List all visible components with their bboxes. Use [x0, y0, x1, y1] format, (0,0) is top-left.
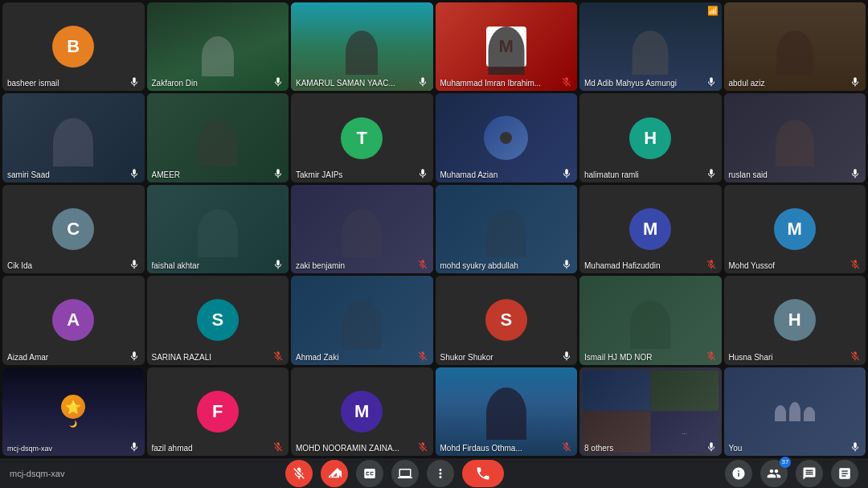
label-you: You	[729, 444, 743, 453]
tile-sarina[interactable]: S SARINA RAZALI	[147, 276, 289, 364]
mic-muted-icon-yussof	[850, 259, 861, 270]
tile-mohd-syukry[interactable]: mohd syukry abdullah	[436, 185, 578, 273]
tile-zaki[interactable]: zaki benjamin	[291, 185, 433, 273]
mic-icon-basheer	[129, 76, 140, 88]
mic-icon-you	[850, 441, 861, 453]
app-container: b basheer ismail Zakfaron Din KAMARUL SA…	[0, 0, 868, 488]
tile-md-adib[interactable]: 📶 Md Adib Mahyus Asmungi	[579, 2, 722, 91]
label-hafiz: Muhamad Hafizuddin	[584, 261, 661, 270]
tile-muhammad-imran[interactable]: M Muhammad Imran Ibrahim...	[436, 2, 578, 91]
present-icon	[398, 466, 412, 481]
tile-you[interactable]: You	[724, 367, 866, 456]
label-cik-ida: Cik Ida	[7, 261, 32, 270]
label-basheer: basheer ismail	[7, 79, 59, 88]
tile-halimatun[interactable]: h halimatun ramli	[579, 93, 722, 182]
mic-icon-8others	[706, 441, 717, 453]
mic-icon-ameer	[272, 168, 284, 179]
end-call-button[interactable]	[462, 460, 504, 487]
info-button[interactable]	[725, 460, 752, 487]
mic-icon-aizad	[129, 351, 140, 362]
tile-mcj[interactable]: ⭐ 🌙 mcj-dsqm-xav	[2, 367, 145, 456]
label-8-others: 8 others	[584, 444, 613, 453]
mic-muted-icon-fazil	[272, 441, 284, 453]
tile-muhamad-hafiz[interactable]: M Muhamad Hafizuddin	[579, 185, 722, 273]
label-ruslan: ruslan said	[729, 170, 768, 179]
label-mcj: mcj-dsqm-xav	[7, 445, 52, 453]
camera-off-icon	[327, 466, 342, 481]
mic-muted-icon-husna	[850, 351, 861, 362]
mic-icon-takmir	[417, 168, 428, 179]
tile-kamarul[interactable]: KAMARUL SAMAN YAAC...	[291, 2, 433, 91]
tile-abdul-aziz[interactable]: abdul aziz	[724, 2, 866, 91]
tile-basheer-ismail[interactable]: b basheer ismail	[2, 2, 145, 91]
label-samiri: samiri Saad	[7, 170, 50, 179]
people-button-wrapper: 37	[760, 460, 788, 487]
tile-faishal[interactable]: faishal akhtar	[147, 185, 289, 273]
tile-cik-ida[interactable]: C Cik Ida	[2, 185, 145, 273]
tile-8-others[interactable]: ... 8 others	[579, 367, 722, 456]
avatar-aizad: A	[52, 299, 94, 341]
tile-ismail-hj[interactable]: Ismail HJ MD NOR	[579, 276, 722, 364]
mic-icon-zakfaron	[272, 76, 284, 88]
captions-button[interactable]	[356, 460, 383, 487]
mic-icon-ruslan	[850, 168, 861, 179]
avatar-basheer: b	[52, 26, 94, 68]
chat-button[interactable]	[796, 460, 823, 487]
tile-ahmad-zaki[interactable]: Ahmad Zaki	[291, 276, 433, 364]
label-firdaus: Mohd Firdaus Othma...	[440, 444, 522, 453]
tile-mohd-firdaus[interactable]: Mohd Firdaus Othma...	[436, 367, 578, 456]
signal-icon-adib: 📶	[707, 6, 719, 16]
end-call-icon	[475, 465, 491, 482]
tile-aizad[interactable]: A Aizad Amar	[2, 276, 145, 364]
label-md-adib: Md Adib Mahyus Asmungi	[584, 79, 677, 88]
tile-zakfaron[interactable]: Zakfaron Din	[147, 2, 289, 91]
label-faishal: faishal akhtar	[152, 261, 199, 270]
present-button[interactable]	[391, 460, 419, 487]
tile-fazil[interactable]: f fazil ahmad	[147, 367, 289, 456]
mic-muted-icon-firdaus	[561, 441, 572, 453]
mic-muted-icon-ahmad-zaki	[417, 351, 428, 362]
label-ameer: AMEER	[152, 170, 181, 179]
mic-icon-faishal	[272, 259, 284, 270]
label-fazil: fazil ahmad	[152, 444, 193, 453]
label-husna: Husna Shari	[729, 353, 773, 362]
mic-icon-syukry	[561, 259, 572, 270]
mic-muted-icon-imran	[561, 76, 572, 88]
people-icon	[767, 466, 781, 481]
mic-icon-samiri	[129, 168, 140, 179]
tile-muhamad-azian[interactable]: Muhamad Azian	[436, 93, 578, 182]
tile-takmir[interactable]: T Takmir JAIPs	[291, 93, 433, 182]
label-zaki: zaki benjamin	[296, 261, 345, 270]
avatar-nooramin: M	[341, 391, 383, 433]
activities-button[interactable]	[831, 460, 858, 487]
tile-ruslan[interactable]: ruslan said	[724, 93, 866, 182]
mic-muted-icon-zaki	[417, 259, 428, 270]
camera-button[interactable]	[321, 460, 348, 487]
label-muhamad-azian: Muhamad Azian	[440, 170, 498, 179]
mute-button[interactable]	[285, 460, 313, 487]
tile-shukor[interactable]: S Shukor Shukor	[436, 276, 578, 364]
chat-icon	[802, 466, 817, 481]
avatar-halimatun: h	[629, 117, 671, 159]
video-grid: b basheer ismail Zakfaron Din KAMARUL SA…	[0, 0, 868, 458]
label-nooramin: MOHD NOORAMIN ZAINA...	[296, 444, 399, 453]
label-shukor: Shukor Shukor	[440, 353, 493, 362]
label-yussof: Mohd Yussof	[729, 261, 776, 270]
tile-mohd-nooramin[interactable]: M MOHD NOORAMIN ZAINA...	[291, 367, 433, 456]
avatar-takmir: T	[341, 117, 383, 159]
mic-muted-icon	[292, 466, 306, 481]
mic-icon-azian	[561, 168, 572, 179]
mic-icon-adib	[706, 76, 717, 88]
mic-icon-aziz	[850, 76, 861, 88]
tile-mohd-yussof[interactable]: M Mohd Yussof	[724, 185, 866, 273]
tile-ameer[interactable]: AMEER	[147, 93, 289, 182]
toolbar-right: 37	[725, 460, 858, 487]
mic-icon-kamarul	[417, 76, 428, 88]
tile-husna[interactable]: H Husna Shari	[724, 276, 866, 364]
avatar-hafiz: M	[629, 208, 671, 250]
tile-samiri[interactable]: samiri Saad	[2, 93, 145, 182]
label-mohd-syukry: mohd syukry abdullah	[440, 261, 518, 270]
more-options-button[interactable]	[427, 460, 454, 487]
mic-muted-icon-hafiz	[706, 259, 717, 270]
mic-muted-icon-nooramin	[417, 441, 428, 453]
